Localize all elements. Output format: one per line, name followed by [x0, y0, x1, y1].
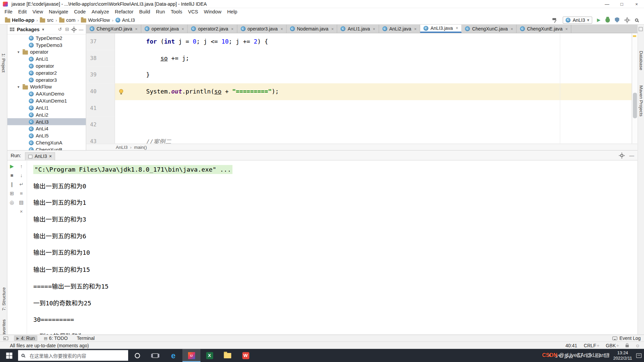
taskbar-app-excel[interactable]: X: [201, 349, 219, 362]
stop-icon[interactable]: ■: [10, 173, 13, 178]
close-icon[interactable]: ×: [280, 26, 283, 31]
scroll-to-end-icon[interactable]: ≡: [20, 191, 23, 196]
tool-window-switcher-icon[interactable]: [3, 336, 8, 340]
tree-item-aaxundemo[interactable]: CAAXunDemo: [7, 90, 86, 97]
menu-item-edit[interactable]: Edit: [15, 9, 30, 15]
menu-item-build[interactable]: Build: [136, 9, 153, 15]
menu-item-run[interactable]: Run: [153, 9, 168, 15]
tab-operator-java[interactable]: Coperator.java×: [141, 24, 188, 33]
tree-item-aaxundemo1[interactable]: CAAXunDemo1: [7, 97, 86, 104]
menu-item-tools[interactable]: Tools: [168, 9, 185, 15]
tree-item-chengxunb[interactable]: CChengXunB: [7, 146, 86, 150]
line-number[interactable]: 42: [86, 117, 115, 133]
close-icon[interactable]: ×: [373, 26, 375, 31]
line-number[interactable]: 41: [86, 100, 115, 117]
taskbar-clock[interactable]: 13:24 2022/2/11: [613, 350, 632, 361]
start-button[interactable]: [0, 349, 18, 362]
chevron-down-icon[interactable]: ▾: [42, 27, 44, 32]
rerun-icon[interactable]: ▶: [10, 164, 14, 169]
tree-item-chengxuna[interactable]: CChengXunA: [7, 139, 86, 146]
tab-chengxune-java[interactable]: CChengXunE.java×: [517, 24, 572, 33]
maximize-button[interactable]: □: [614, 0, 629, 8]
tree-item-typedemo3[interactable]: CTypeDemo3: [7, 42, 86, 49]
tree-item-anli4[interactable]: CAnLi4: [7, 125, 86, 132]
tab-operator3-java[interactable]: Coperator3.java×: [237, 24, 286, 33]
editor-scrollbar[interactable]: [632, 33, 637, 150]
line-number[interactable]: 38: [86, 50, 115, 67]
readonly-lock-icon[interactable]: [626, 345, 629, 347]
tool-button-database[interactable]: Database: [639, 51, 644, 70]
menu-item-window[interactable]: Window: [201, 9, 224, 15]
tree-item-operator[interactable]: Coperator: [7, 62, 86, 69]
hide-tool-window-icon[interactable]: —: [629, 153, 634, 158]
close-icon[interactable]: ×: [135, 26, 138, 31]
minimize-button[interactable]: —: [600, 0, 614, 8]
line-number[interactable]: 43: [86, 133, 115, 143]
breadcrumb-item-workflow[interactable]: WorkFlow: [80, 17, 111, 23]
menu-item-refactor[interactable]: Refactor: [112, 9, 137, 15]
taskbar-app-edge[interactable]: e: [164, 349, 182, 362]
tree-item-anli1[interactable]: CAnLi1: [7, 55, 86, 62]
settings-gear-icon[interactable]: [620, 154, 624, 157]
menu-item-analyze[interactable]: Analyze: [89, 9, 112, 15]
run-tab[interactable]: AnLI3 ×: [25, 152, 55, 160]
settings-gear-icon[interactable]: [72, 28, 76, 31]
caret-position[interactable]: 40:41: [566, 343, 577, 348]
close-icon[interactable]: ×: [511, 26, 513, 31]
breadcrumb-item-src[interactable]: src: [39, 17, 54, 23]
taskbar-app-explorer[interactable]: [218, 349, 236, 362]
line-number[interactable]: 39: [86, 67, 115, 83]
task-view-button[interactable]: [146, 349, 164, 362]
restore-layout-icon[interactable]: ⊞: [10, 191, 14, 196]
settings-gear-icon[interactable]: [626, 18, 629, 21]
tree-item-anli3[interactable]: CAnLI3: [7, 118, 86, 125]
right-stripe-icon[interactable]: [639, 27, 643, 31]
tree-item-anli1[interactable]: CAnLI1: [7, 104, 86, 111]
scrollbar-thumb[interactable]: [633, 93, 637, 118]
menu-item-vcs[interactable]: VCS: [185, 9, 201, 15]
up-stack-trace-icon[interactable]: ↑: [20, 164, 22, 169]
menu-item-file[interactable]: File: [2, 9, 15, 15]
collapse-all-icon[interactable]: ⊟: [65, 27, 69, 32]
project-view-mode[interactable]: Packages: [17, 26, 40, 32]
notification-center-icon[interactable]: [636, 353, 642, 358]
breadcrumb-item-anli3[interactable]: CAnLI3: [115, 17, 136, 23]
pin-tab-icon[interactable]: ◎: [10, 200, 14, 205]
breadcrumb-item-hello-app[interactable]: Hello-app: [4, 17, 35, 23]
coverage-button[interactable]: [615, 17, 619, 22]
close-button[interactable]: ×: [629, 0, 644, 8]
breadcrumb-method[interactable]: main(): [134, 145, 147, 150]
menu-item-navigate[interactable]: Navigate: [46, 9, 71, 15]
event-log-button[interactable]: Event Log: [612, 336, 641, 341]
tab-anli1-java[interactable]: CAnLI1.java×: [337, 24, 379, 33]
tool-button-project[interactable]: 1: Project: [1, 53, 6, 72]
breadcrumb-item-com[interactable]: com: [58, 17, 76, 23]
tree-item-typedemo2[interactable]: CTypeDemo2: [7, 35, 86, 42]
tree-item-workflow[interactable]: ▾WorkFlow: [7, 83, 86, 90]
chevron-down-icon[interactable]: ▾: [16, 50, 20, 54]
tool-button-structure[interactable]: 7: Structure: [1, 287, 6, 311]
close-icon[interactable]: ×: [331, 26, 334, 31]
tree-item-operator2[interactable]: Coperator2: [7, 69, 86, 76]
menu-item-help[interactable]: Help: [224, 9, 240, 15]
close-icon[interactable]: ×: [414, 26, 417, 31]
hide-panel-icon[interactable]: —: [79, 27, 83, 32]
close-icon[interactable]: ×: [231, 26, 233, 31]
build-hammer-icon[interactable]: [552, 17, 558, 23]
tree-item-operator3[interactable]: Coperator3: [7, 76, 86, 83]
tool-window-button-terminal[interactable]: Terminal: [74, 335, 97, 341]
hector-inspector-icon[interactable]: ☺: [635, 343, 640, 348]
down-stack-trace-icon[interactable]: ↓: [20, 173, 22, 178]
tree-item-anli2[interactable]: CAnLi2: [7, 111, 86, 118]
tree-item-operator[interactable]: ▾operator: [7, 48, 86, 55]
tab-chengxund-java[interactable]: CChengXunD.java×: [86, 24, 141, 33]
close-icon[interactable]: ×: [456, 26, 458, 30]
pause-output-icon[interactable]: ∥: [11, 182, 13, 187]
close-icon[interactable]: ×: [182, 26, 184, 31]
line-separator-selector[interactable]: CRLF÷: [584, 343, 599, 348]
tab-anli2-java[interactable]: CAnLi2.java×: [379, 24, 420, 33]
line-number[interactable]: 37: [86, 33, 115, 50]
run-button[interactable]: ▶: [597, 18, 600, 22]
tool-window-button-4-run[interactable]: ▶4: Run: [14, 335, 38, 341]
breadcrumb-class[interactable]: AnLI3: [116, 145, 127, 150]
